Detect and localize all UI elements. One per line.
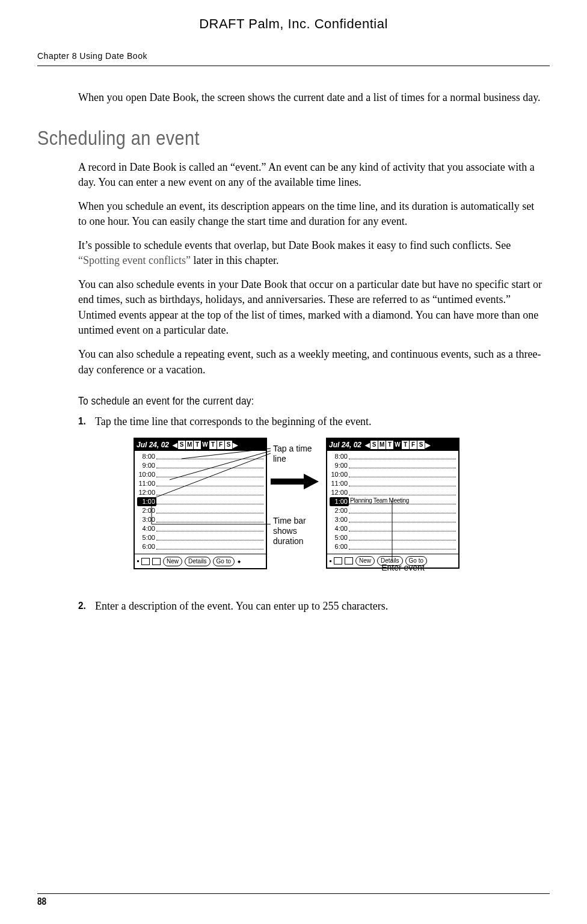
para-overlap: It’s possible to schedule events that ov… [78, 238, 544, 269]
para-untimed: You can also schedule events in your Dat… [78, 277, 544, 338]
svg-line-4 [155, 453, 271, 498]
svg-line-2 [182, 448, 271, 459]
step-2: 2. Enter a description of the event. You… [95, 599, 544, 614]
section-title-scheduling: Scheduling an event [37, 124, 473, 153]
page-number: 88 [37, 895, 46, 908]
figure-datebook: Jul 24, 02 ◀ SMTWTFS ▶ 8:009:0010:0011:0… [134, 438, 544, 582]
para-schedule: When you schedule an event, its descript… [78, 199, 544, 230]
para-repeating: You can also schedule a repeating event,… [78, 347, 544, 378]
link-spotting-conflicts[interactable]: “Spotting event conflicts” [78, 254, 191, 266]
step-1: 1. Tap the time line that corresponds to… [95, 414, 544, 430]
para-event-def: A record in Date Book is called an “even… [78, 160, 544, 191]
subhead-schedule-today: To schedule an event for the current day… [78, 393, 460, 409]
chapter-heading: Chapter 8 Using Date Book [37, 50, 550, 67]
intro-paragraph: When you open Date Book, the screen show… [78, 90, 544, 106]
svg-line-3 [170, 451, 271, 480]
draft-banner: DRAFT Palm, Inc. Confidential [37, 15, 550, 34]
